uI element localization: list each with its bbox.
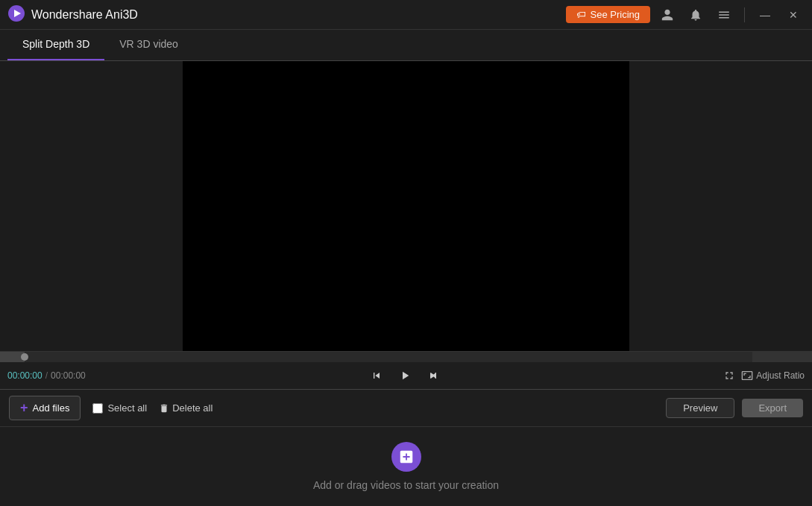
app-logo [7,4,25,25]
play-icon [398,369,412,382]
adjust-ratio-button[interactable]: Adjust Ratio [741,370,805,382]
preview-area [0,61,812,351]
app-title-text: Wondershare Ani3D [31,8,138,22]
divider [744,7,745,22]
right-file-buttons: Preview Export [666,398,803,418]
skip-forward-button[interactable] [424,367,442,385]
tab-vr-3d-video[interactable]: VR 3D video [104,29,193,60]
notification-button[interactable] [684,4,707,26]
select-all-label[interactable]: Select all [107,402,147,414]
plus-icon: + [20,400,28,416]
main-area: 00:00:00 / 00:00:00 [0,61,812,506]
aspect-ratio-icon [741,370,753,382]
close-button[interactable]: ✕ [782,4,805,26]
right-panel [629,61,812,351]
play-button[interactable] [396,367,414,385]
volume-bar[interactable] [752,352,812,362]
see-pricing-button[interactable]: 🏷 See Pricing [566,6,650,23]
preview-button[interactable]: Preview [666,398,734,418]
add-drop-icon[interactable] [391,442,421,472]
tag-icon: 🏷 [576,9,586,20]
export-button[interactable]: Export [742,399,803,417]
progress-thumb [21,353,28,361]
video-canvas [183,61,629,351]
account-icon [661,8,674,22]
add-files-button[interactable]: + Add files [9,396,81,420]
title-left: Wondershare Ani3D [7,4,138,25]
fullscreen-icon [723,370,735,382]
menu-icon [717,8,731,22]
file-area: + Add files Select all Delete all Previe… [0,389,812,506]
account-button[interactable] [656,4,679,26]
trash-icon [159,403,169,414]
total-time: 00:00:00 [51,370,86,381]
time-display: 00:00:00 / 00:00:00 [7,370,86,381]
menu-button[interactable] [713,4,735,26]
progress-bar[interactable] [0,352,812,362]
delete-all-button[interactable]: Delete all [159,402,213,414]
bell-icon [689,8,702,22]
fullscreen-button[interactable] [723,370,735,382]
tabs-bar: Split Depth 3D VR 3D video [0,30,812,61]
controls-row: 00:00:00 / 00:00:00 [0,362,812,389]
select-all-checkbox[interactable] [92,403,103,414]
playback-area: 00:00:00 / 00:00:00 [0,351,812,389]
adjust-ratio-label: Adjust Ratio [756,370,805,381]
plus-circle-icon [398,449,415,465]
file-toolbar: + Add files Select all Delete all Previe… [0,390,812,427]
title-right: 🏷 See Pricing — ✕ [566,4,805,26]
playback-buttons [368,367,442,385]
drop-area: Add or drag videos to start your creatio… [0,427,812,506]
left-panel [0,61,183,351]
time-separator: / [45,370,48,381]
current-time: 00:00:00 [7,370,43,381]
tab-split-depth-3d[interactable]: Split Depth 3D [7,29,104,60]
skip-back-icon [371,370,383,382]
select-all-container[interactable]: Select all [92,402,147,414]
minimize-button[interactable]: — [754,4,776,26]
right-controls: Adjust Ratio [723,370,805,382]
title-bar: Wondershare Ani3D 🏷 See Pricing — ✕ [0,0,812,30]
drop-text: Add or drag videos to start your creatio… [313,479,499,491]
skip-forward-icon [427,370,439,382]
skip-back-button[interactable] [368,367,385,385]
